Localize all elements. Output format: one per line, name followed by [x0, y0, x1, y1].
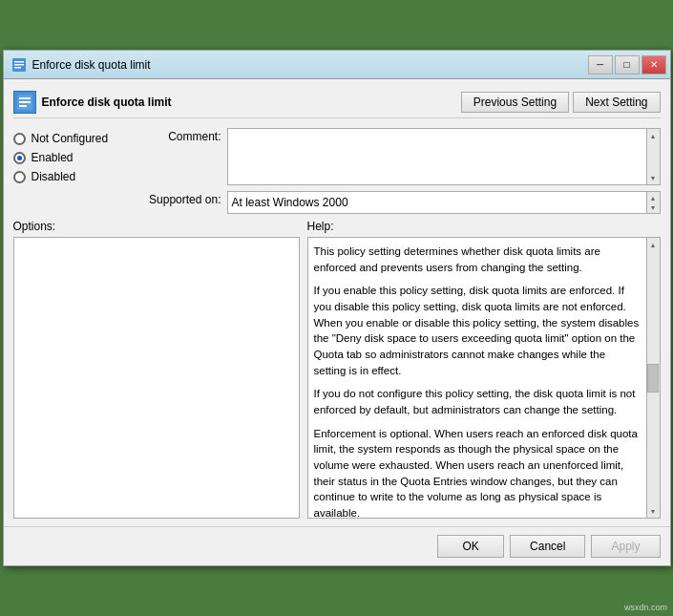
- window-icon: [11, 57, 27, 73]
- radio-enabled[interactable]: Enabled: [13, 151, 128, 164]
- policy-icon: [13, 91, 36, 114]
- comment-textarea[interactable]: [227, 128, 647, 185]
- help-para-1: This policy setting determines whether d…: [314, 244, 641, 275]
- radio-disabled[interactable]: Disabled: [13, 170, 128, 183]
- policy-title: Enforce disk quota limit: [42, 96, 172, 109]
- header-left: Enforce disk quota limit: [13, 91, 172, 114]
- minimize-button[interactable]: ─: [588, 55, 613, 74]
- supported-on-label: Supported on:: [136, 191, 221, 206]
- cancel-button[interactable]: Cancel: [510, 535, 585, 558]
- prev-setting-button[interactable]: Previous Setting: [461, 92, 569, 113]
- supported-on-wrapper: At least Windows 2000 ▲ ▼: [227, 191, 661, 214]
- help-content-wrapper: This policy setting determines whether d…: [307, 237, 661, 519]
- ok-button[interactable]: OK: [437, 535, 504, 558]
- help-label: Help:: [307, 220, 661, 233]
- radio-label-not-configured: Not Configured: [32, 132, 109, 145]
- radio-group: Not Configured Enabled Disabled: [13, 128, 128, 214]
- options-box: [13, 237, 300, 519]
- supported-scroll-up[interactable]: ▲: [648, 193, 658, 202]
- form-section: Not Configured Enabled Disabled Comment:: [13, 128, 661, 214]
- radio-not-configured[interactable]: Not Configured: [13, 132, 128, 145]
- title-bar-left: Enforce disk quota limit: [11, 57, 151, 73]
- help-text-box: This policy setting determines whether d…: [307, 237, 647, 519]
- svg-rect-1: [14, 61, 24, 63]
- comment-label: Comment:: [136, 128, 221, 143]
- svg-rect-2: [14, 64, 24, 66]
- apply-button[interactable]: Apply: [591, 535, 660, 558]
- svg-rect-6: [19, 101, 31, 103]
- help-scroll-thumb[interactable]: [647, 364, 659, 393]
- scroll-up-arrow[interactable]: ▲: [648, 131, 658, 140]
- supported-on-scrollbar[interactable]: ▲ ▼: [647, 191, 661, 214]
- watermark: wsxdn.com: [624, 603, 667, 612]
- help-para-3: If you do not configure this policy sett…: [314, 386, 641, 417]
- radio-circle-disabled: [13, 171, 26, 183]
- supported-on-value: At least Windows 2000: [227, 191, 647, 214]
- footer: OK Cancel Apply: [4, 526, 670, 565]
- help-scroll-up[interactable]: ▲: [648, 240, 658, 249]
- help-scrollbar[interactable]: ▲ ▼: [647, 237, 661, 519]
- radio-circle-not-configured: [13, 133, 26, 145]
- supported-on-row: Supported on: At least Windows 2000 ▲ ▼: [136, 191, 661, 214]
- window-title: Enforce disk quota limit: [32, 58, 151, 72]
- options-label: Options:: [13, 220, 300, 233]
- comment-scrollbar[interactable]: ▲ ▼: [647, 128, 661, 185]
- title-bar: Enforce disk quota limit ─ □ ✕: [4, 51, 670, 79]
- help-scroll-down[interactable]: ▼: [648, 506, 658, 516]
- header-row: Enforce disk quota limit Previous Settin…: [13, 87, 661, 118]
- scroll-down-arrow[interactable]: ▼: [648, 173, 658, 182]
- help-panel: Help: This policy setting determines whe…: [307, 220, 661, 519]
- svg-rect-3: [14, 67, 21, 69]
- radio-circle-enabled: [13, 152, 26, 164]
- options-panel: Options:: [13, 220, 300, 519]
- next-setting-button[interactable]: Next Setting: [573, 92, 660, 113]
- main-window: Enforce disk quota limit ─ □ ✕ Enforce d: [3, 50, 671, 566]
- radio-label-disabled: Disabled: [32, 170, 76, 183]
- options-help-section: Options: Help: This policy setting deter…: [13, 220, 661, 519]
- svg-rect-7: [19, 105, 27, 107]
- right-section: Comment: ▲ ▼ Supported on: At least Wind…: [136, 128, 661, 214]
- supported-scroll-down[interactable]: ▼: [648, 202, 658, 212]
- radio-label-enabled: Enabled: [32, 151, 74, 164]
- close-button[interactable]: ✕: [641, 55, 666, 74]
- help-para-2: If you enable this policy setting, disk …: [314, 283, 641, 378]
- maximize-button[interactable]: □: [615, 55, 640, 74]
- comment-input-wrapper: ▲ ▼: [227, 128, 661, 185]
- svg-rect-5: [19, 97, 31, 99]
- title-buttons: ─ □ ✕: [588, 55, 666, 74]
- help-para-4: Enforcement is optional. When users reac…: [314, 426, 641, 519]
- content-area: Enforce disk quota limit Previous Settin…: [4, 79, 670, 526]
- nav-buttons: Previous Setting Next Setting: [461, 92, 661, 113]
- comment-row: Comment: ▲ ▼: [136, 128, 661, 185]
